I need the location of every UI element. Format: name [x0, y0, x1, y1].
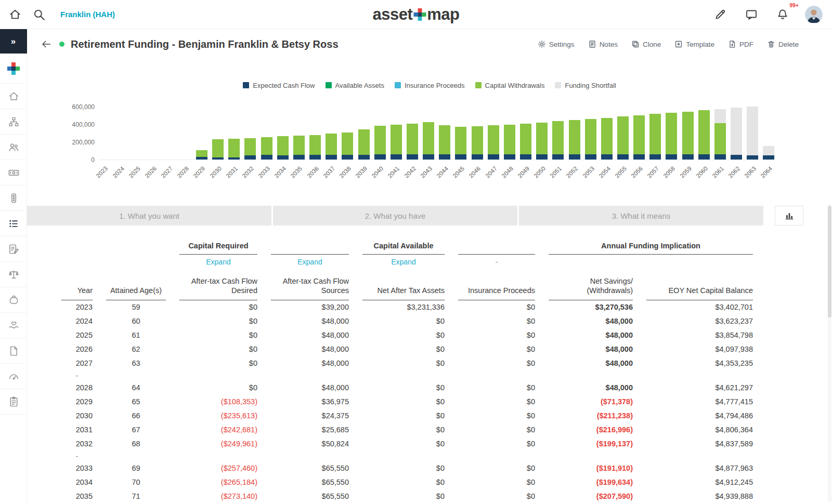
chart-bar-2037[interactable] — [326, 103, 337, 160]
sidebar-item-assets[interactable] — [0, 287, 27, 313]
table-row-2023[interactable]: 202359$0$39,200$3,231,336$0$3,270,536$3,… — [61, 300, 753, 314]
chart-bar-2028[interactable] — [180, 103, 191, 160]
sidebar-item-comparisons[interactable] — [0, 262, 27, 287]
table-row-2027[interactable]: 202763$0$48,000$0$0$48,000$4,353,235 — [61, 356, 753, 370]
chart-bar-2024[interactable] — [115, 103, 126, 160]
chart-bar-2054[interactable] — [601, 103, 613, 160]
legend-item[interactable]: Insurance Proceeds — [395, 82, 465, 89]
table-row-2033[interactable]: 203369($257,460)$65,550$0$0($191,910)$4,… — [61, 461, 753, 475]
search-icon[interactable] — [30, 6, 48, 23]
client-household-link[interactable]: Franklin (HAH) — [60, 10, 115, 19]
chat-icon[interactable] — [743, 6, 760, 23]
chart-bar-2031[interactable] — [228, 103, 240, 160]
chart-bar-2030[interactable] — [212, 103, 224, 160]
chart-bar-2063[interactable] — [747, 103, 758, 160]
chart-bar-2052[interactable] — [569, 103, 580, 160]
tab-what-you-want[interactable]: 1. What you want — [27, 206, 271, 226]
sidebar-expand-button[interactable]: » — [0, 29, 27, 54]
chart-bar-2047[interactable] — [488, 103, 499, 160]
user-avatar[interactable] — [805, 6, 823, 23]
table-row-2028[interactable]: 202864$0$48,000$0$0$48,000$4,621,297 — [61, 381, 753, 395]
chart-bar-2038[interactable] — [342, 103, 353, 160]
chart-bar-2044[interactable] — [439, 103, 450, 160]
tab-what-it-means[interactable]: 3. What it means — [519, 206, 763, 226]
legend-item[interactable]: Capital Withdrawals — [475, 82, 545, 89]
back-button[interactable] — [41, 38, 52, 50]
edit-pencil-icon[interactable] — [711, 6, 729, 23]
chart-bar-2034[interactable] — [277, 103, 289, 160]
chart-bar-2057[interactable] — [649, 103, 661, 160]
chart-bar-2036[interactable] — [309, 103, 321, 160]
chart-bar-2032[interactable] — [244, 103, 256, 160]
chart-bar-2026[interactable] — [147, 103, 159, 160]
delete-button[interactable]: Delete — [767, 40, 799, 48]
chart-bar-2050[interactable] — [536, 103, 548, 160]
chart-bar-2049[interactable] — [520, 103, 531, 160]
home-icon[interactable] — [6, 6, 24, 23]
chart-bar-2059[interactable] — [682, 103, 694, 160]
table-row-2032[interactable]: 203268($249,961)$50,824$0$0($199,137)$4,… — [61, 437, 753, 451]
table-row-2026[interactable]: 202662$0$48,000$0$0$48,000$4,097,938 — [61, 342, 753, 356]
chart-bar-2025[interactable] — [131, 103, 142, 160]
sidebar-item-signals[interactable] — [0, 185, 27, 211]
chart-bar-2023[interactable] — [99, 103, 110, 160]
chart-bar-2055[interactable] — [617, 103, 629, 160]
cell-eoy: $3,402,701 — [646, 300, 753, 314]
chart-bar-2033[interactable] — [261, 103, 272, 160]
chart-bar-2046[interactable] — [472, 103, 483, 160]
chart-bar-2045[interactable] — [455, 103, 466, 160]
table-row-2025[interactable]: 202561$0$48,000$0$0$48,000$3,854,798 — [61, 328, 753, 342]
chart-bar-2035[interactable] — [293, 103, 305, 160]
legend-item[interactable]: Funding Shortfall — [555, 82, 616, 89]
pdf-button[interactable]: PDF — [728, 40, 753, 48]
notifications-bell-icon[interactable]: 99+ — [774, 6, 791, 23]
sidebar-item-tasks[interactable] — [0, 389, 27, 415]
chart-bar-2042[interactable] — [407, 103, 418, 160]
cell-net-assets: $0 — [362, 328, 445, 342]
table-row-2034[interactable]: 203470($265,184)$65,550$0$0($199,634)$4,… — [61, 475, 753, 489]
chart-bar-2029[interactable] — [196, 103, 207, 160]
chart-bar-2039[interactable] — [358, 103, 370, 160]
sidebar-item-reports[interactable] — [0, 211, 27, 236]
chart-bar-2064[interactable] — [763, 103, 774, 160]
expand-capital-available-link[interactable]: Expand — [362, 255, 445, 269]
scrollbar-thumb[interactable] — [828, 206, 831, 317]
clone-button[interactable]: Clone — [631, 40, 661, 48]
chart-bar-2060[interactable] — [698, 103, 710, 160]
tab-what-you-have[interactable]: 2. What you have — [273, 206, 517, 226]
chart-bar-2043[interactable] — [423, 103, 434, 160]
chart-bar-2040[interactable] — [374, 103, 386, 160]
chart-bar-2051[interactable] — [552, 103, 564, 160]
sidebar-item-documents[interactable] — [0, 338, 27, 364]
sidebar-item-households[interactable] — [0, 135, 27, 160]
notes-button[interactable]: Notes — [588, 40, 618, 48]
settings-button[interactable]: Settings — [538, 40, 575, 48]
legend-item[interactable]: Expected Cash Flow — [243, 82, 315, 89]
chart-bar-2048[interactable] — [504, 103, 515, 160]
chart-bar-2058[interactable] — [666, 103, 677, 160]
chart-bar-2056[interactable] — [633, 103, 645, 160]
chart-bar-2027[interactable] — [164, 103, 175, 160]
sidebar-item-dashboard[interactable] — [0, 364, 27, 389]
table-row-2030[interactable]: 203066($235,613)$24,375$0$0($211,238)$4,… — [61, 409, 753, 423]
table-row-2029[interactable]: 202965($108,353)$36,975$0$0($71,378)$4,7… — [61, 395, 753, 409]
chart-bar-2061[interactable] — [714, 103, 726, 160]
sidebar-item-insurance[interactable] — [0, 313, 27, 338]
sidebar-item-home[interactable] — [0, 84, 27, 109]
table-row-2031[interactable]: 203167($242,681)$25,685$0$0($216,996)$4,… — [61, 423, 753, 437]
sidebar-item-fact-finders[interactable] — [0, 236, 27, 262]
chart-bar-2041[interactable] — [391, 103, 402, 160]
expand-sources-link[interactable]: Expand — [271, 255, 349, 269]
expand-capital-required-link[interactable]: Expand — [179, 255, 257, 269]
sidebar-assetmap-logo-icon[interactable] — [0, 54, 27, 84]
legend-item[interactable]: Available Assets — [326, 82, 384, 89]
sidebar-item-assetmaps[interactable] — [0, 109, 27, 135]
table-row-2024[interactable]: 202460$0$48,000$0$0$48,000$3,623,237 — [61, 314, 753, 328]
chart-toggle-button[interactable] — [775, 206, 803, 226]
template-button[interactable]: Template — [674, 40, 714, 48]
vertical-scrollbar[interactable] — [828, 205, 831, 502]
sidebar-item-financials[interactable] — [0, 160, 27, 185]
chart-bar-2062[interactable] — [731, 103, 742, 160]
chart-bar-2053[interactable] — [585, 103, 596, 160]
table-row-2035[interactable]: 203571($273,140)$65,550$0$0($207,590)$4,… — [61, 489, 753, 503]
